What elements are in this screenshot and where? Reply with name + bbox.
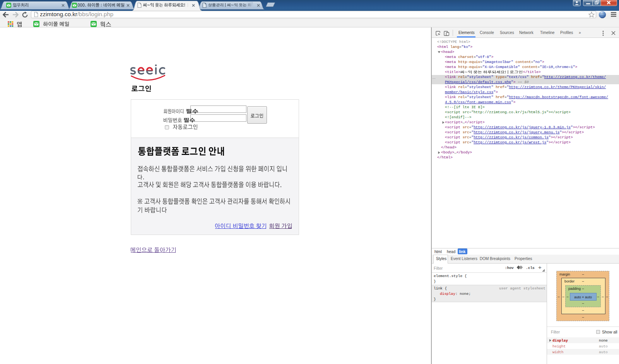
svg-text:–: – — [557, 295, 559, 299]
svg-text:margin: margin — [559, 272, 570, 276]
svg-text:–: – — [582, 308, 584, 312]
svg-text:–: – — [582, 279, 584, 283]
svg-text:–: – — [606, 295, 608, 299]
svg-text:–: – — [582, 287, 584, 291]
svg-text:–: – — [602, 295, 604, 299]
svg-text:–: – — [597, 295, 599, 299]
svg-text:–: – — [582, 315, 584, 319]
svg-text:–: – — [582, 301, 584, 305]
svg-text:–: – — [562, 295, 564, 299]
svg-text:–: – — [582, 272, 584, 276]
svg-text:padding: padding — [568, 287, 581, 291]
svg-text:border: border — [564, 279, 575, 283]
svg-text:–: – — [566, 295, 568, 299]
svg-text:auto × auto: auto × auto — [574, 295, 592, 299]
